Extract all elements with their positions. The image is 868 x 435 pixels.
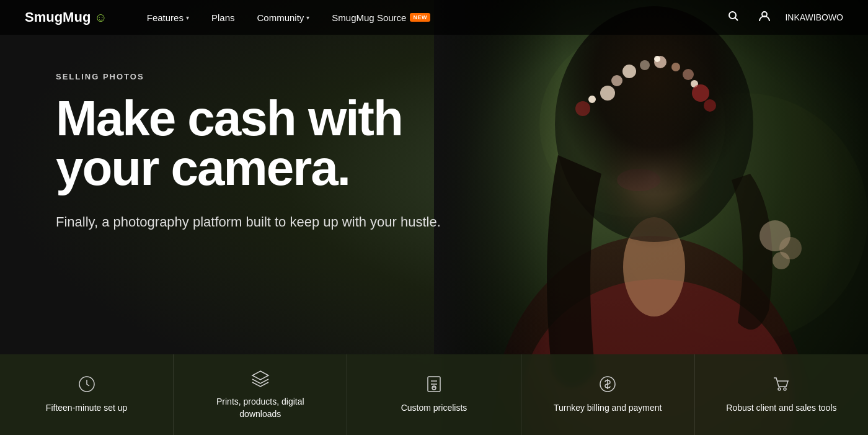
- hero-label: SELLING PHOTOS: [56, 72, 508, 81]
- pricelist-icon: [425, 375, 443, 396]
- logo-text: SmugMug: [25, 9, 91, 25]
- feature-billing-label: Turnkey billing and payment: [554, 402, 662, 415]
- layers-icon: [251, 369, 270, 390]
- search-icon[interactable]: [723, 6, 744, 30]
- dollar-icon: [598, 375, 617, 396]
- nav-links: Features ▾ Plans Community ▾ SmugMug Sou…: [138, 7, 724, 28]
- svg-point-39: [784, 388, 786, 390]
- new-badge: NEW: [410, 13, 430, 22]
- hero-subtitle: Finally, a photography platform built to…: [56, 212, 502, 232]
- cart-icon: [772, 375, 790, 396]
- feature-sales-label: Robust client and sales tools: [726, 402, 836, 415]
- feature-billing: Turnkey billing and payment: [521, 354, 695, 435]
- logo[interactable]: SmugMug ☺: [25, 9, 107, 25]
- feature-setup: Fifteen-minute set up: [0, 354, 174, 435]
- nav-features[interactable]: Features ▾: [138, 7, 198, 28]
- feature-prints-label: Prints, products, digital downloads: [205, 396, 316, 420]
- logo-icon: ☺: [94, 11, 107, 25]
- feature-prints: Prints, products, digital downloads: [174, 354, 347, 435]
- svg-point-27: [729, 12, 736, 19]
- hero-content: SELLING PHOTOS Make cash with your camer…: [0, 35, 508, 232]
- community-chevron-icon: ▾: [306, 14, 309, 21]
- features-chevron-icon: ▾: [186, 14, 189, 21]
- username[interactable]: INKAWIBOWO: [785, 12, 843, 22]
- svg-marker-31: [252, 371, 268, 380]
- feature-pricelists-label: Custom pricelists: [401, 402, 467, 415]
- hero-title: Make cash with your camera.: [56, 94, 508, 193]
- user-icon[interactable]: [754, 6, 775, 30]
- nav-community[interactable]: Community ▾: [248, 7, 318, 28]
- feature-setup-label: Fifteen-minute set up: [46, 402, 128, 415]
- nav-plans[interactable]: Plans: [203, 7, 244, 28]
- svg-line-28: [735, 17, 738, 20]
- navbar: SmugMug ☺ Features ▾ Plans Community ▾ S…: [0, 0, 868, 35]
- feature-pricelists: Custom pricelists: [347, 354, 521, 435]
- nav-right: INKAWIBOWO: [723, 6, 843, 30]
- nav-smugmug-source[interactable]: SmugMug Source NEW: [323, 7, 439, 28]
- svg-point-38: [778, 388, 781, 390]
- feature-sales: Robust client and sales tools: [695, 354, 868, 435]
- feature-bar: Fifteen-minute set up Prints, products, …: [0, 354, 868, 435]
- clock-icon: [78, 375, 96, 396]
